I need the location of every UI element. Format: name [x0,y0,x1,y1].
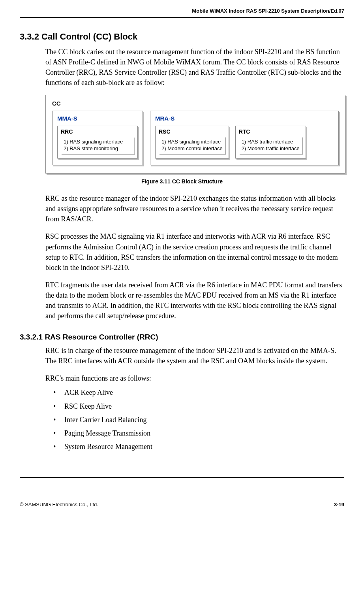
bullet-icon: • [53,386,64,399]
para-rsc: RSC processes the MAC signaling via R1 i… [45,231,344,272]
footer-page-number: 3-19 [334,502,344,507]
list-item: • Inter Carrier Load Balancing [53,413,344,426]
mma-s-box: MMA-S RRC 1) RAS signaling interface 2) … [52,111,143,165]
mma-s-label: MMA-S [57,115,138,122]
rsc-line2: 2) Modem control interface [161,145,223,152]
list-item: • RSC Keep Alive [53,400,344,413]
footer-rule [20,477,344,478]
footer-copyright: © SAMSUNG Electronics Co., Ltd. [20,502,98,507]
cc-block-diagram: CC MMA-S RRC 1) RAS signaling interface … [45,95,344,174]
bullet-icon: • [53,400,64,413]
list-item: • System Resource Management [53,440,344,453]
list-item-label: RSC Keep Alive [64,400,112,413]
rrc-details: 1) RAS signaling interface 2) RAS state … [61,137,134,154]
rtc-label: RTC [239,128,302,135]
bullet-icon: • [53,440,64,453]
rrc-line1: 1) RAS signaling interface [64,139,131,145]
rtc-line2: 2) Modem traffic interface [242,145,300,152]
section-3-3-2-1-para1: RRC is in charge of the resource managem… [45,345,344,366]
mra-s-box: MRA-S RSC 1) RAS signaling interface 2) … [150,111,339,165]
section-3-3-2-para1: The CC block caries out the resource man… [45,47,344,88]
para-rtc: RTC fragments the user data received fro… [45,280,344,321]
rtc-details: 1) RAS traffic interface 2) Modem traffi… [239,137,302,154]
cc-label: CC [52,100,339,107]
list-item: • Paging Message Transmission [53,426,344,440]
list-item: • ACR Keep Alive [53,386,344,399]
section-3-3-2-1-heading: 3.3.2.1 RAS Resource Controller (RRC) [20,333,344,341]
rrc-box: RRC 1) RAS signaling interface 2) RAS st… [57,126,138,158]
bullet-icon: • [53,413,64,426]
rtc-line1: 1) RAS traffic interface [242,139,300,145]
figure-caption: Figure 3.11 CC Block Structure [20,178,344,185]
rsc-label: RSC [159,128,225,135]
header-rule [20,17,344,18]
cc-container: CC MMA-S RRC 1) RAS signaling interface … [45,95,345,174]
doc-header: Mobile WiMAX Indoor RAS SPI-2210 System … [20,8,344,14]
list-item-label: System Resource Management [64,440,152,453]
list-item-label: Inter Carrier Load Balancing [64,413,146,426]
rrc-line2: 2) RAS state monitoring [64,145,131,152]
page: Mobile WiMAX Indoor RAS SPI-2210 System … [0,0,364,519]
rsc-details: 1) RAS signaling interface 2) Modem cont… [159,137,225,154]
mra-s-label: MRA-S [155,115,334,122]
list-intro: RRC's main functions are as follows: [45,373,344,383]
page-footer: © SAMSUNG Electronics Co., Ltd. 3-19 [20,502,344,507]
list-item-label: Paging Message Transmission [64,426,150,440]
section-3-3-2-heading: 3.3.2 Call Control (CC) Block [20,32,344,42]
rsc-line1: 1) RAS signaling interface [161,139,223,145]
rsc-box: RSC 1) RAS signaling interface 2) Modem … [155,126,229,158]
rrc-label: RRC [61,128,134,135]
rtc-box: RTC 1) RAS traffic interface 2) Modem tr… [235,126,306,158]
list-item-label: ACR Keep Alive [64,386,113,399]
rrc-functions-list: • ACR Keep Alive • RSC Keep Alive • Inte… [53,386,344,453]
para-rrc: RRC as the resource manager of the indoo… [45,193,344,224]
bullet-icon: • [53,426,64,440]
